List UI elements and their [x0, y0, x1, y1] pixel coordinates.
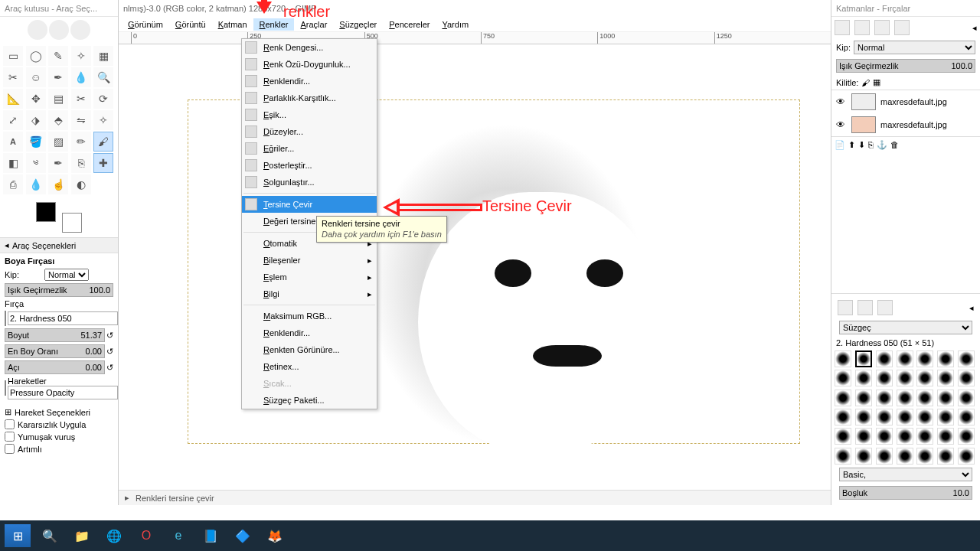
undo-tab-icon[interactable] [894, 20, 910, 35]
brush-preset[interactable] [835, 350, 851, 367]
menu-item[interactable]: Retinex... [242, 358, 377, 375]
brush-preset[interactable] [958, 409, 975, 425]
gradients-tab-icon[interactable] [877, 300, 893, 315]
brush-preset[interactable] [916, 428, 933, 445]
tool-flip[interactable]: ⇋ [71, 110, 91, 130]
menu-item[interactable]: Parlaklık-Karşıtlık... [242, 90, 377, 106]
tool-perspective-clone[interactable]: ⎙ [3, 174, 23, 194]
menu-item[interactable]: Eğriler... [242, 140, 377, 157]
tool-pencil[interactable]: ✏ [71, 132, 91, 152]
brush-preset-select[interactable]: Basic, [839, 468, 972, 481]
mode-select[interactable]: Normal [44, 269, 89, 281]
menu-süzgeçler[interactable]: Süzgeçler [333, 18, 383, 31]
brush-preset[interactable] [855, 350, 872, 367]
tool-blur[interactable]: 💧 [26, 174, 46, 194]
layer-mode-select[interactable]: Normal [854, 41, 975, 54]
brush-preset[interactable] [897, 370, 913, 386]
brush-preset[interactable] [958, 448, 975, 465]
menu-item[interactable]: Renklendir... [242, 324, 377, 341]
brushes-tab-icon[interactable] [838, 300, 853, 315]
brush-preset[interactable] [937, 350, 954, 367]
tool-foreground[interactable]: ☺ [26, 67, 46, 87]
menu-item[interactable]: Renk Özü-Doygunluk... [242, 56, 377, 73]
menu-yardım[interactable]: Yardım [436, 18, 475, 31]
new-layer-icon[interactable]: 📄 [835, 140, 845, 150]
brush-preset[interactable] [916, 390, 933, 406]
tool-text[interactable]: A [3, 132, 23, 152]
brush-preset[interactable] [958, 390, 975, 406]
spacing-slider[interactable]: Boşluk10.0 [839, 486, 972, 500]
brush-preset[interactable] [835, 428, 851, 445]
dynamics-options-expander[interactable]: ⊞Hareket Seçenekleri [5, 407, 113, 417]
layer-opacity-slider[interactable]: Işık Geçirmezlik100.0 [836, 59, 975, 73]
delete-layer-icon[interactable]: 🗑 [890, 140, 899, 150]
menu-item[interactable]: Bileşenler [242, 252, 377, 269]
visibility-icon[interactable]: 👁 [836, 119, 847, 130]
tool-rect-select[interactable]: ▭ [3, 46, 23, 66]
brush-preset[interactable] [916, 350, 933, 367]
brush-preset[interactable] [937, 370, 954, 386]
tool-scale[interactable]: ⤢ [3, 110, 23, 130]
menu-görünüm[interactable]: Görünüm [122, 18, 169, 31]
task-edge-icon[interactable]: 🌐 [101, 524, 127, 547]
brush-preset[interactable] [835, 409, 851, 425]
menu-item[interactable]: Eşlem [242, 269, 377, 285]
brush-preset[interactable] [876, 448, 893, 465]
opacity-slider[interactable]: Işık Geçirmezlik100.0 [5, 283, 113, 297]
brush-preset[interactable] [916, 448, 933, 465]
brush-preset[interactable] [958, 370, 975, 386]
dynamics-input[interactable] [8, 386, 118, 399]
brush-preset[interactable] [958, 350, 975, 367]
menu-item[interactable]: Tersine Çevir [242, 196, 377, 213]
menu-item[interactable]: Renk Dengesi... [242, 39, 377, 56]
aspect-slider[interactable]: En Boy Oranı0.00 [5, 344, 105, 358]
panel-menu-icon[interactable]: ◂ [972, 23, 977, 33]
tool-color-select[interactable]: ▦ [93, 46, 113, 66]
dynamics-icon[interactable] [5, 380, 6, 396]
tool-blend[interactable]: ▨ [48, 132, 68, 152]
brush-preset[interactable] [855, 428, 872, 445]
layer-item[interactable]: 👁 maxresdefault.jpg [831, 90, 980, 113]
tool-crop[interactable]: ✂ [71, 89, 91, 109]
visibility-icon[interactable]: 👁 [836, 96, 847, 107]
brush-preset[interactable] [897, 448, 913, 465]
tool-dodge[interactable]: ◐ [71, 174, 91, 194]
brush-preset[interactable] [855, 448, 872, 465]
brush-preset[interactable] [897, 390, 913, 406]
start-button[interactable]: ⊞ [5, 524, 31, 547]
menu-görüntü[interactable]: Görüntü [169, 18, 212, 31]
tool-paintbrush[interactable]: 🖌 [93, 132, 113, 152]
tool-paths[interactable]: ✒ [48, 67, 68, 87]
tool-heal[interactable]: ✚ [93, 153, 113, 173]
brush-preset[interactable] [876, 428, 893, 445]
menu-katman[interactable]: Katman [212, 18, 253, 31]
lock-alpha-icon[interactable]: ▦ [873, 77, 880, 87]
brush-name-input[interactable] [8, 311, 118, 325]
angle-slider[interactable]: Açı0.00 [5, 360, 105, 374]
incremental-checkbox[interactable] [5, 444, 15, 454]
task-explorer-icon[interactable]: 📁 [69, 524, 95, 547]
tool-free-select[interactable]: ✎ [48, 46, 68, 66]
tool-perspective[interactable]: ⬘ [48, 110, 68, 130]
brush-preset[interactable] [897, 350, 913, 367]
brush-preset[interactable] [855, 409, 872, 425]
menu-item[interactable]: Eşik... [242, 106, 377, 123]
channels-tab-icon[interactable] [854, 20, 870, 35]
lower-layer-icon[interactable]: ⬇ [858, 140, 865, 150]
menu-item[interactable]: Maksimum RGB... [242, 308, 377, 324]
color-swatch[interactable] [36, 202, 82, 233]
menu-item[interactable]: Posterleştir... [242, 157, 377, 174]
canvas-area[interactable] [119, 44, 831, 488]
lock-pixels-icon[interactable]: 🖌 [861, 78, 870, 87]
panel-menu-icon[interactable]: ◂ [969, 303, 974, 313]
tool-color-picker[interactable]: 💧 [71, 67, 91, 87]
task-ie-icon[interactable]: e [165, 524, 191, 547]
smooth-checkbox[interactable] [5, 432, 15, 442]
aspect-reset-icon[interactable]: ↺ [106, 347, 113, 357]
task-notepad-icon[interactable]: 📘 [198, 524, 224, 547]
task-opera-icon[interactable]: O [133, 524, 159, 547]
tool-zoom[interactable]: 🔍 [93, 67, 113, 87]
tool-ellipse-select[interactable]: ◯ [26, 46, 46, 66]
menu-item[interactable]: Süzgeç Paketi... [242, 392, 377, 409]
tool-airbrush[interactable]: ༄ [26, 153, 46, 173]
